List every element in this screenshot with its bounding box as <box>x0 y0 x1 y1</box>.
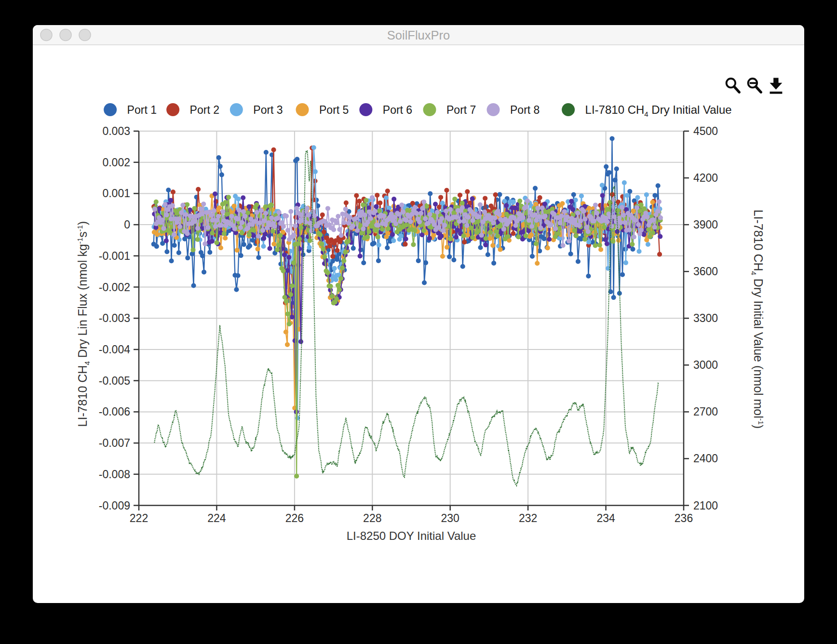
svg-text:Port 7: Port 7 <box>446 104 476 116</box>
svg-text:Port 2: Port 2 <box>190 104 219 116</box>
svg-text:LI-7810 CH4 Dry Initial Value: LI-7810 CH4 Dry Initial Value (nmol mol-… <box>750 210 765 429</box>
svg-text:LI-7810 CH4 Dry Initial Value: LI-7810 CH4 Dry Initial Value <box>585 103 732 118</box>
svg-text:Port 1: Port 1 <box>127 104 157 116</box>
svg-text:4500: 4500 <box>693 125 718 137</box>
svg-text:2400: 2400 <box>693 452 718 465</box>
svg-text:-0.001: -0.001 <box>99 250 130 262</box>
svg-text:0.001: 0.001 <box>102 187 130 200</box>
svg-text:Port 6: Port 6 <box>383 104 412 116</box>
svg-text:-0.004: -0.004 <box>99 343 130 356</box>
svg-text:2100: 2100 <box>693 499 718 512</box>
svg-text:-0.009: -0.009 <box>99 499 130 512</box>
svg-text:232: 232 <box>519 512 537 524</box>
svg-text:234: 234 <box>596 512 615 524</box>
svg-text:Port 8: Port 8 <box>510 104 540 116</box>
svg-text:226: 226 <box>285 512 304 524</box>
svg-text:3000: 3000 <box>693 359 718 371</box>
svg-text:0.002: 0.002 <box>102 156 130 169</box>
svg-text:230: 230 <box>441 512 459 524</box>
svg-text:228: 228 <box>363 512 381 524</box>
svg-text:3600: 3600 <box>693 265 718 278</box>
svg-text:-0.006: -0.006 <box>99 405 130 418</box>
svg-text:2700: 2700 <box>693 405 718 418</box>
svg-text:4200: 4200 <box>693 172 718 184</box>
svg-text:-0.003: -0.003 <box>99 312 130 324</box>
svg-text:-0.007: -0.007 <box>99 437 130 449</box>
svg-text:-0.008: -0.008 <box>99 468 130 481</box>
svg-text:236: 236 <box>675 512 693 524</box>
svg-text:3300: 3300 <box>693 312 718 324</box>
svg-text:LI-8250 DOY Initial Value: LI-8250 DOY Initial Value <box>347 529 476 542</box>
svg-text:SoilFluxPro: SoilFluxPro <box>387 28 450 42</box>
svg-text:LI-7810 CH4 Dry Lin Flux (nmol: LI-7810 CH4 Dry Lin Flux (nmol kg-1s-1) <box>76 221 91 427</box>
svg-text:-0.005: -0.005 <box>99 375 130 387</box>
svg-text:Port 5: Port 5 <box>319 104 349 116</box>
svg-text:222: 222 <box>130 512 148 524</box>
svg-text:Port 3: Port 3 <box>253 104 283 116</box>
svg-text:0.003: 0.003 <box>102 125 130 137</box>
svg-text:-0.002: -0.002 <box>99 281 130 294</box>
svg-text:224: 224 <box>207 512 226 524</box>
svg-text:0: 0 <box>124 218 130 231</box>
svg-text:3900: 3900 <box>693 218 718 231</box>
